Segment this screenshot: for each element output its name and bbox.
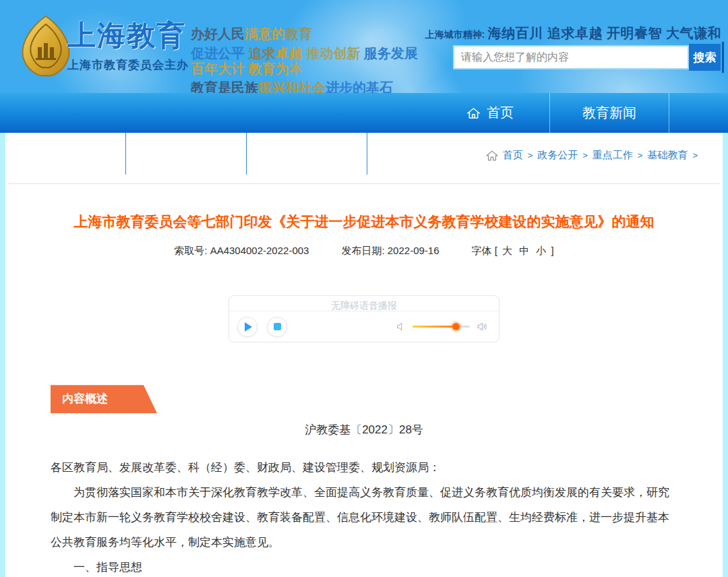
font-size-small[interactable]: 小 bbox=[536, 245, 546, 256]
nav-item-label: 教育新闻 bbox=[582, 104, 636, 122]
city-spirit-line: 上海城市精神: 海纳百川 追求卓越 开明睿智 大气谦和 bbox=[425, 24, 721, 42]
site-subtitle: 上海市教育委员会主办 bbox=[67, 57, 189, 73]
font-size-medium[interactable]: 中 bbox=[519, 245, 529, 256]
slogan-segment: 教育 bbox=[285, 26, 312, 41]
slogan-segment: 满意的 bbox=[245, 26, 285, 41]
article-title: 上海市教育委员会等七部门印发《关于进一步促进本市义务教育学校建设的实施意见》的通… bbox=[32, 212, 696, 231]
search-bar: 搜索 bbox=[453, 42, 724, 73]
subnav-band: 首页 > 政务公开 > 重点工作 > 基础教育 > bbox=[5, 133, 723, 175]
article-meta: 索取号: AA4304002-2022-003 发布日期: 2022-09-16… bbox=[5, 245, 723, 257]
audio-player-title: 无障碍语音播报 bbox=[229, 296, 499, 311]
slogan-segment: 追求 bbox=[249, 46, 276, 61]
slogan-segment: 教育是民族 bbox=[191, 80, 258, 93]
breadcrumb: 首页 > 政务公开 > 重点工作 > 基础教育 > bbox=[486, 149, 698, 162]
article-body: 各区教育局、发展改革委、科（经）委、财政局、建设管理委、规划资源局： 为贯彻落实… bbox=[51, 455, 677, 577]
header-banner: 上海教育 上海市教育委员会主办 办好人民满意的教育 促进公平 追求卓越 推动创新… bbox=[0, 0, 728, 93]
breadcrumb-separator: > bbox=[638, 150, 643, 160]
audio-controls bbox=[229, 311, 499, 342]
slogan-segment: 百年大计 教育为本 bbox=[191, 61, 303, 76]
font-size-bracket: [ bbox=[495, 245, 497, 256]
slogan-line: 办好人民满意的教育 bbox=[191, 27, 418, 40]
volume-loud-icon bbox=[477, 321, 488, 332]
slogan-segment: 推动创新 bbox=[306, 46, 364, 61]
breadcrumb-separator: > bbox=[528, 150, 533, 160]
search-edge-bar bbox=[722, 42, 724, 73]
font-size-label: 字体 bbox=[472, 245, 492, 256]
content-area: 首页 > 政务公开 > 重点工作 > 基础教育 > 上海市教育委员会等七部门印发… bbox=[5, 133, 723, 577]
subnav-divider bbox=[367, 133, 367, 175]
slogan-segment: 办好人民 bbox=[191, 26, 245, 41]
subnav-divider bbox=[125, 133, 126, 175]
slogan-segment: 服务发展 bbox=[364, 46, 418, 61]
subnav-divider bbox=[246, 133, 247, 175]
nav-spacer bbox=[669, 93, 728, 133]
doc-index-value: AA4304002-2022-003 bbox=[210, 245, 309, 256]
volume-slider[interactable] bbox=[413, 326, 470, 328]
slogan-line: 教育是民族振兴和社会进步的基石 bbox=[191, 81, 418, 93]
city-spirit-label: 上海城市精神: bbox=[425, 29, 485, 40]
volume-quiet-icon bbox=[396, 322, 406, 332]
font-size-bracket: ] bbox=[551, 245, 554, 256]
volume-thumb[interactable] bbox=[452, 323, 460, 330]
home-icon bbox=[466, 107, 481, 120]
publish-date-value: 2022-09-16 bbox=[388, 245, 439, 256]
slogan-line: 促进公平 追求卓越 推动创新 服务发展 bbox=[191, 47, 418, 60]
site-brand: 上海教育 上海市教育委员会主办 bbox=[67, 22, 189, 73]
document-number: 沪教委基〔2022〕28号 bbox=[5, 422, 723, 437]
shanghai-education-logo[interactable] bbox=[19, 15, 73, 78]
stop-icon bbox=[274, 323, 281, 330]
body-line: 公共教育服务均等化水平，制定本实施意见。 bbox=[51, 530, 677, 555]
main-nav: 首页 教育新闻 bbox=[0, 93, 728, 133]
section-banner-content-summary: 内容概述 bbox=[51, 385, 157, 413]
body-line: 一、指导思想 bbox=[51, 555, 677, 577]
breadcrumb-link-home[interactable]: 首页 bbox=[503, 149, 523, 162]
stop-button[interactable] bbox=[267, 317, 287, 337]
font-size-control: 字体 [ 大 中 小 ] bbox=[472, 245, 554, 257]
horizontal-rule bbox=[8, 183, 720, 184]
breadcrumb-link-key-work[interactable]: 重点工作 bbox=[593, 149, 633, 162]
play-button[interactable] bbox=[237, 317, 257, 337]
body-line: 各区教育局、发展改革委、科（经）委、财政局、建设管理委、规划资源局： bbox=[51, 455, 677, 480]
search-input[interactable] bbox=[453, 45, 689, 69]
doc-index-label: 索取号: bbox=[174, 245, 207, 256]
audio-player: 无障碍语音播报 bbox=[229, 295, 499, 342]
slogan-segment: 卓越 bbox=[276, 46, 307, 61]
breadcrumb-separator: > bbox=[692, 150, 698, 160]
header-slogans: 办好人民满意的教育 促进公平 追求卓越 推动创新 服务发展 百年大计 教育为本 … bbox=[191, 27, 418, 93]
breadcrumb-link-gov-info[interactable]: 政务公开 bbox=[537, 149, 578, 162]
breadcrumb-separator: > bbox=[582, 150, 588, 160]
slogan-line: 百年大计 教育为本 bbox=[191, 62, 418, 75]
publish-date-label: 发布日期: bbox=[341, 245, 384, 256]
city-spirit-value: 海纳百川 追求卓越 开明睿智 大气谦和 bbox=[488, 26, 721, 40]
slogan-segment: 振兴和社会 bbox=[258, 80, 326, 93]
slogan-segment: 促进公平 bbox=[191, 46, 249, 61]
doc-index-number: 索取号: AA4304002-2022-003 bbox=[174, 245, 309, 257]
site-title[interactable]: 上海教育 bbox=[67, 22, 189, 50]
font-size-large[interactable]: 大 bbox=[502, 245, 512, 256]
body-line: 制定本市新一轮义务教育学校校舍建设、教育装备配置、信息化环境建设、教师队伍配置、… bbox=[51, 505, 677, 530]
search-button[interactable]: 搜索 bbox=[689, 44, 721, 71]
nav-item-home[interactable]: 首页 bbox=[431, 93, 549, 133]
volume-control bbox=[396, 321, 488, 332]
body-line: 为贯彻落实国家和本市关于深化教育教学改革、全面提高义务教育质量、促进义务教育优质… bbox=[51, 480, 677, 505]
nav-item-label: 首页 bbox=[487, 104, 514, 122]
breadcrumb-link-basic-education[interactable]: 基础教育 bbox=[647, 149, 688, 162]
play-icon bbox=[245, 322, 252, 332]
breadcrumb-home-icon bbox=[486, 150, 498, 161]
slogan-segment: 进步的基石 bbox=[326, 80, 393, 93]
publish-date: 发布日期: 2022-09-16 bbox=[341, 245, 439, 257]
nav-item-education-news[interactable]: 教育新闻 bbox=[550, 93, 669, 133]
volume-fill bbox=[413, 326, 456, 328]
